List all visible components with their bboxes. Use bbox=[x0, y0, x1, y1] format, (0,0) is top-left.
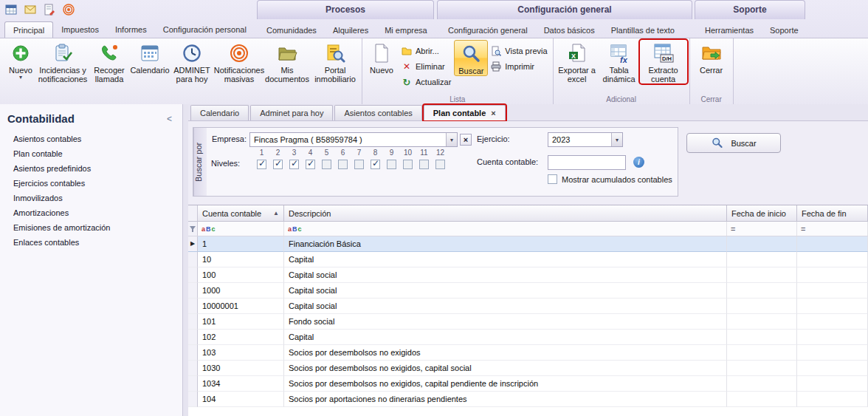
column-header-fecha-fin[interactable]: Fecha de fin bbox=[797, 205, 868, 221]
table-row[interactable]: ▶ 101 Fondo social bbox=[188, 314, 868, 330]
ribbon-tab[interactable]: Plantillas de texto bbox=[603, 22, 683, 38]
table-row[interactable]: ▶ 1 Financiación Básica bbox=[188, 236, 868, 252]
buscar-ribbon-button[interactable]: Buscar bbox=[454, 40, 488, 76]
close-tab-icon[interactable]: × bbox=[491, 109, 495, 117]
table-row[interactable]: ▶ 102 Capital bbox=[188, 330, 868, 345]
adminet-hoy-button[interactable]: ADMINET para hoy bbox=[169, 40, 215, 83]
ribbon-tab[interactable]: Datos básicos bbox=[536, 22, 603, 38]
table-row[interactable]: ▶ 104 Socios por aportaciones no dinerar… bbox=[188, 392, 868, 407]
sidebar-item[interactable]: Ejercicios contables bbox=[0, 176, 182, 191]
filter-cell-fecha-inicio[interactable]: = bbox=[727, 222, 797, 236]
nivel-checkbox[interactable]: 5 bbox=[322, 149, 331, 169]
ribbon-tab[interactable]: Informes bbox=[107, 21, 155, 38]
vista-previa-button[interactable]: Vista previa bbox=[488, 44, 550, 58]
ribbon-tab[interactable]: Impuestos bbox=[53, 21, 107, 38]
filter-cell-fecha-fin[interactable]: = bbox=[797, 222, 868, 236]
cell-cuenta: 104 bbox=[198, 392, 284, 407]
ribbon-tab[interactable]: Mi empresa bbox=[376, 22, 435, 38]
nivel-checkbox[interactable]: 11 bbox=[419, 149, 429, 169]
table-row[interactable]: ▶ 1030 Socios por desembolsos no exigido… bbox=[188, 361, 868, 376]
portal-inmobiliario-button[interactable]: Portal inmobiliario bbox=[311, 40, 359, 83]
table-row[interactable]: ▶ 100 Capital social bbox=[188, 267, 868, 283]
document-tab[interactable]: Asientos contables bbox=[334, 105, 421, 120]
cell-fecha-fin bbox=[797, 267, 868, 283]
nivel-checkbox[interactable]: 2 bbox=[273, 149, 283, 169]
mis-documentos-button[interactable]: Mis documentos bbox=[264, 40, 311, 83]
exportar-excel-button[interactable]: X Exportar a excel bbox=[556, 40, 599, 83]
nivel-checkbox[interactable]: 3 bbox=[289, 149, 299, 169]
table-row[interactable]: ▶ 1000 Capital social bbox=[188, 283, 868, 299]
nivel-checkbox[interactable]: 1 bbox=[257, 149, 266, 169]
cell-fecha-inicio bbox=[727, 283, 797, 299]
ribbon-tab[interactable]: Configuración personal bbox=[155, 21, 255, 38]
table-row[interactable]: ▶ 1034 Socios por desembolsos no exigido… bbox=[188, 376, 868, 392]
ribbon-tab[interactable]: Soporte bbox=[762, 22, 807, 38]
nivel-checkbox[interactable]: 8 bbox=[371, 149, 380, 169]
sidebar-item[interactable]: Inmovilizados bbox=[0, 191, 182, 205]
nuevo-lista-button[interactable]: Nuevo bbox=[365, 40, 399, 75]
ribbon-tab[interactable]: Configuración general bbox=[440, 22, 536, 38]
chevron-down-icon[interactable]: ▾ bbox=[446, 133, 457, 146]
cell-cuenta: 1030 bbox=[198, 361, 284, 376]
lista-preview-buttons: Vista previa Imprimir bbox=[488, 40, 550, 73]
table-row[interactable]: ▶ 10 Capital bbox=[188, 252, 868, 267]
sidebar-item[interactable]: Asientos predefinidos bbox=[0, 161, 182, 176]
table-row[interactable]: ▶ 10000001 Capital social bbox=[188, 299, 868, 314]
column-header-descripcion[interactable]: Descripción bbox=[284, 205, 727, 221]
abrir-button[interactable]: Abrir... bbox=[399, 44, 454, 58]
nivel-checkbox[interactable]: 12 bbox=[435, 149, 445, 169]
sidebar-item[interactable]: Enlaces contables bbox=[0, 235, 182, 250]
nivel-checkbox[interactable]: 10 bbox=[403, 149, 413, 169]
cuenta-contable-input[interactable] bbox=[548, 155, 626, 170]
empresa-combobox[interactable]: Fincas Pragma ( B58959784 ) ▾ bbox=[249, 132, 458, 147]
imprimir-button[interactable]: Imprimir bbox=[488, 60, 550, 73]
buscar-button[interactable]: Buscar bbox=[686, 133, 781, 153]
filter-cell-cuenta[interactable]: aBc bbox=[198, 222, 284, 236]
nivel-checkbox[interactable]: 4 bbox=[306, 149, 315, 169]
ejercicio-combobox[interactable]: 2023 ▾ bbox=[548, 132, 623, 147]
column-header-cuenta-contable[interactable]: Cuenta contable ▲ bbox=[198, 205, 284, 221]
tabla-dinamica-button[interactable]: fx Tabla dinámica bbox=[599, 40, 640, 83]
recoger-llamada-button[interactable]: Recoger llamada bbox=[88, 40, 131, 83]
sidebar-item[interactable]: Emisiones de amortización bbox=[0, 220, 182, 235]
mail-icon[interactable] bbox=[23, 2, 37, 16]
filter-cell-descripcion[interactable]: aBc bbox=[284, 222, 727, 236]
nivel-checkbox[interactable]: 6 bbox=[338, 149, 348, 169]
actualizar-button[interactable]: ↻ Actualizar bbox=[399, 75, 454, 89]
app-grid-icon[interactable] bbox=[4, 2, 18, 16]
incidencias-button[interactable]: Incidencias y notificaciones bbox=[38, 40, 88, 83]
calendario-button[interactable]: Calendario bbox=[131, 40, 169, 75]
extracto-cuenta-button[interactable]: D/H Extracto cuenta bbox=[640, 40, 687, 83]
document-tab[interactable]: Adminet para hoy bbox=[250, 105, 333, 120]
document-tab[interactable]: Plan contable × bbox=[424, 105, 506, 120]
ribbon-tab[interactable]: Herramientas bbox=[697, 22, 762, 38]
nivel-checkbox[interactable]: 7 bbox=[354, 149, 364, 169]
mostrar-acumulados-checkbox[interactable]: Mostrar acumulados contables bbox=[548, 174, 672, 184]
cerrar-button[interactable]: Cerrar bbox=[692, 40, 731, 75]
edit-document-icon[interactable] bbox=[42, 2, 56, 16]
collapse-sidebar-icon[interactable]: < bbox=[167, 114, 172, 124]
eliminar-button[interactable]: ✕ Eliminar bbox=[399, 60, 454, 73]
clear-empresa-button[interactable]: × bbox=[460, 134, 472, 146]
chevron-down-icon[interactable]: ▾ bbox=[611, 133, 622, 146]
nuevo-button[interactable]: Nuevo ▾ bbox=[4, 40, 38, 80]
notificaciones-masivas-button[interactable]: Notificaciones masivas bbox=[215, 40, 264, 83]
info-icon[interactable]: i bbox=[633, 157, 644, 168]
ribbon-context-tabs-configuracion: Configuración generalDatos básicosPlanti… bbox=[440, 22, 683, 38]
cell-fecha-fin bbox=[797, 392, 868, 407]
sidebar-splitter[interactable] bbox=[183, 104, 188, 416]
checkbox-icon bbox=[306, 160, 315, 169]
buscar-por-side-tab[interactable]: Buscar por bbox=[193, 128, 207, 196]
ribbon-tab[interactable]: Principal bbox=[4, 21, 53, 38]
document-tab[interactable]: Calendario bbox=[190, 105, 249, 120]
ribbon-tab[interactable]: Alquileres bbox=[325, 22, 376, 38]
nivel-checkbox[interactable]: 9 bbox=[387, 149, 396, 169]
broadcast-icon[interactable] bbox=[61, 2, 75, 16]
sidebar-item[interactable]: Asientos contables bbox=[0, 132, 182, 146]
column-header-fecha-inicio[interactable]: Fecha de inicio bbox=[727, 205, 797, 221]
ribbon-tab[interactable]: Comunidades bbox=[258, 22, 325, 38]
sidebar-item[interactable]: Amortizaciones bbox=[0, 205, 182, 220]
sidebar-item[interactable]: Plan contable bbox=[0, 146, 182, 161]
cell-descripcion: Socios por desembolsos no exigidos, capi… bbox=[284, 361, 727, 376]
table-row[interactable]: ▶ 103 Socios por desembolsos no exigidos bbox=[188, 345, 868, 361]
